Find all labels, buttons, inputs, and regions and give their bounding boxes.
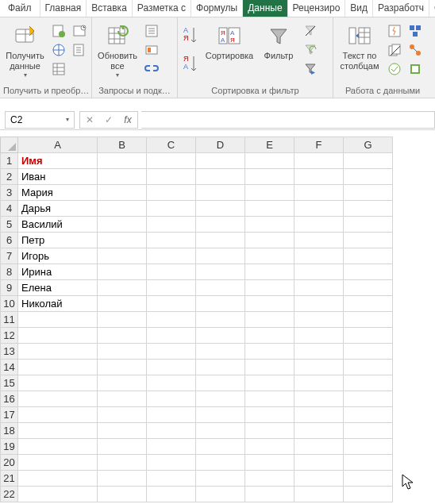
cell[interactable]: [245, 296, 294, 312]
cell[interactable]: [245, 407, 294, 423]
cell[interactable]: [344, 375, 393, 391]
cell[interactable]: [294, 233, 344, 248]
cancel-button[interactable]: ✕: [80, 112, 99, 128]
cell[interactable]: [147, 328, 196, 344]
cell[interactable]: [196, 264, 245, 280]
menu-tab-review[interactable]: Рецензиро: [288, 0, 346, 17]
cell[interactable]: [98, 169, 147, 185]
get-data-button[interactable]: Получить данные ▾: [3, 22, 47, 80]
cell[interactable]: [98, 375, 147, 391]
cell[interactable]: [245, 312, 294, 328]
cell[interactable]: [98, 296, 147, 312]
cell[interactable]: [344, 248, 393, 264]
cell[interactable]: [196, 296, 245, 312]
row-header[interactable]: 12: [1, 328, 18, 344]
cell[interactable]: [344, 153, 393, 169]
row-header[interactable]: 2: [1, 169, 18, 185]
from-web-button[interactable]: [50, 41, 67, 59]
formula-input[interactable]: [141, 111, 435, 129]
cell[interactable]: [196, 328, 245, 344]
row-header[interactable]: 15: [1, 375, 18, 391]
flash-fill-button[interactable]: [386, 22, 403, 40]
refresh-all-button[interactable]: Обновить все ▾: [95, 22, 140, 80]
cell[interactable]: [344, 233, 393, 248]
cell[interactable]: Мария: [18, 185, 98, 201]
relationships-button[interactable]: [406, 41, 424, 59]
cell[interactable]: [18, 328, 98, 344]
cell[interactable]: [98, 360, 147, 375]
col-header-B[interactable]: B: [98, 137, 147, 153]
enter-button[interactable]: ✓: [99, 112, 118, 128]
cell[interactable]: [294, 296, 344, 312]
cell[interactable]: [147, 455, 196, 471]
cell[interactable]: [147, 233, 196, 248]
menu-tab-layout[interactable]: Разметка с: [133, 0, 191, 17]
cell[interactable]: [245, 471, 294, 487]
row-header[interactable]: 8: [1, 264, 18, 280]
cell[interactable]: [245, 217, 294, 233]
row-header[interactable]: 21: [1, 471, 18, 487]
cell[interactable]: [294, 328, 344, 344]
advanced-filter-button[interactable]: ▸: [302, 60, 319, 78]
cell[interactable]: Ирина: [18, 264, 98, 280]
cell[interactable]: [294, 360, 344, 375]
cell[interactable]: [98, 455, 147, 471]
row-header[interactable]: 4: [1, 201, 18, 217]
cell[interactable]: [294, 153, 344, 169]
cell[interactable]: Дарья: [18, 201, 98, 217]
cell[interactable]: [98, 344, 147, 360]
col-header-E[interactable]: E: [245, 137, 294, 153]
cell[interactable]: [98, 153, 147, 169]
cell[interactable]: [344, 264, 393, 280]
cell[interactable]: [245, 248, 294, 264]
row-header[interactable]: 17: [1, 407, 18, 423]
cell[interactable]: [245, 375, 294, 391]
cell[interactable]: [147, 375, 196, 391]
cell[interactable]: [18, 344, 98, 360]
cell[interactable]: [245, 185, 294, 201]
cell[interactable]: [18, 375, 98, 391]
cell[interactable]: [98, 487, 147, 502]
cell[interactable]: [245, 201, 294, 217]
cell[interactable]: [245, 233, 294, 248]
cell[interactable]: [98, 471, 147, 487]
cell[interactable]: [245, 391, 294, 407]
menu-tab-formulas[interactable]: Формулы: [191, 0, 243, 17]
cell[interactable]: [18, 439, 98, 455]
cell[interactable]: [98, 233, 147, 248]
cell[interactable]: [245, 423, 294, 439]
cell[interactable]: [344, 455, 393, 471]
cell[interactable]: [344, 439, 393, 455]
cell[interactable]: [344, 312, 393, 328]
properties-button[interactable]: [143, 41, 160, 59]
cell[interactable]: [18, 391, 98, 407]
from-text-button[interactable]: [50, 22, 67, 40]
cell[interactable]: [245, 487, 294, 502]
cell[interactable]: [294, 169, 344, 185]
cell[interactable]: [294, 439, 344, 455]
edit-links-button[interactable]: [143, 60, 160, 78]
cell[interactable]: [18, 487, 98, 502]
select-all-corner[interactable]: [1, 137, 18, 153]
menu-tab-home[interactable]: Главная: [40, 0, 87, 17]
row-header[interactable]: 6: [1, 233, 18, 248]
sort-asc-button[interactable]: АЯ: [181, 22, 198, 49]
row-header[interactable]: 19: [1, 439, 18, 455]
cell[interactable]: Петр: [18, 233, 98, 248]
cell[interactable]: [196, 217, 245, 233]
name-box[interactable]: C2 ▾: [5, 111, 75, 129]
cell[interactable]: [245, 328, 294, 344]
cell[interactable]: [18, 471, 98, 487]
cell[interactable]: [196, 233, 245, 248]
cell[interactable]: [18, 407, 98, 423]
cell[interactable]: [98, 312, 147, 328]
row-header[interactable]: 16: [1, 391, 18, 407]
from-table-button[interactable]: [50, 60, 67, 78]
cell[interactable]: [147, 201, 196, 217]
cell[interactable]: [294, 375, 344, 391]
clear-filter-button[interactable]: [302, 22, 319, 40]
cell[interactable]: [344, 169, 393, 185]
cell[interactable]: [344, 471, 393, 487]
cell[interactable]: [294, 185, 344, 201]
cell[interactable]: [294, 280, 344, 296]
